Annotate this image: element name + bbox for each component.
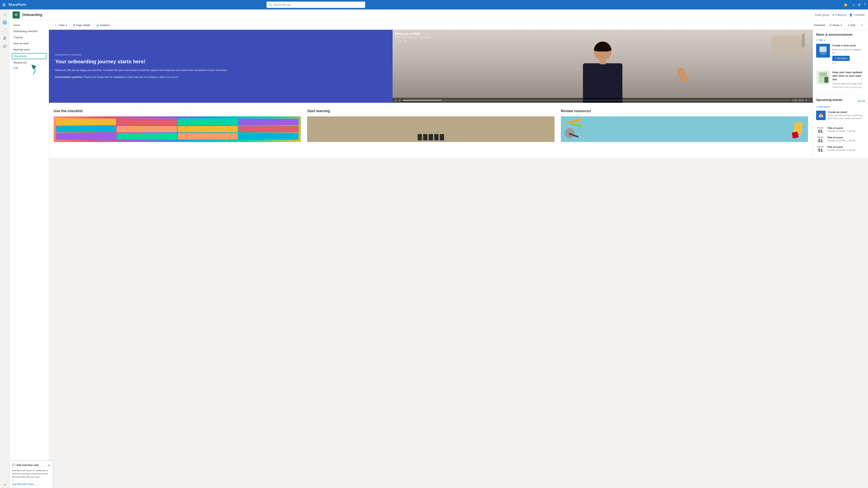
share-label: Share <box>833 24 840 27</box>
member-count-text: 1 member <box>853 13 865 17</box>
video-controls[interactable]: ⏸ 🔊 2:48 / 28:01 ⧉ ⛶ <box>393 98 813 103</box>
news-card-2-content: Keep your team updated with news on your… <box>832 71 865 88</box>
page-details-button[interactable]: ⚙ Page details <box>71 23 92 28</box>
add-event-label: + Add event <box>816 105 830 108</box>
help-icon[interactable]: ? <box>864 3 866 6</box>
add-news-button[interactable]: + Add News <box>832 56 850 61</box>
news-section: News & announcements + Add ∨ <box>816 33 865 92</box>
video-time: 2:48 / 28:01 <box>793 99 804 102</box>
expand-icon: ⤢ <box>861 24 863 27</box>
chat-widget-description: Add Microsoft Teams to collaborate in re… <box>12 469 50 479</box>
add-news-label: + Add <box>816 38 823 41</box>
news-card-1-desc: Keep your audience engaged by... <box>832 48 865 54</box>
search-input[interactable] <box>273 3 363 6</box>
edit-button[interactable]: ✏ Edit <box>846 23 857 28</box>
event-2-time: Tuesday 12:00 AM - 1:00 PM <box>827 139 865 142</box>
analytics-button[interactable]: 📊 Analytics <box>94 23 112 28</box>
event-3-title: Title of event <box>827 145 865 149</box>
main-content: ＋ + New ∨ ⚙ Page details 📊 Analytics Pub… <box>49 21 868 488</box>
checklist-image <box>54 116 301 142</box>
nav-item-meet-the-team[interactable]: Meet the team <box>9 46 49 53</box>
customization-label: Customization guidance: <box>55 76 84 78</box>
event-row-2: Month 01 Title of event Tuesday 12:00 AM… <box>816 136 865 143</box>
add-event-link[interactable]: + Add event <box>816 105 865 108</box>
search-bar[interactable]: 🔍 <box>267 2 365 8</box>
toolbar-right: Published 🔗 Share ∨ ✏ Edit ⤢ <box>814 23 865 28</box>
star-icon: ★ <box>832 13 835 17</box>
news-card-1: Create a news post Keep your audience en… <box>816 44 865 67</box>
event-3-info: Title of event Tuesday 12:00 AM - 1:00 P… <box>827 145 865 151</box>
events-header: Upcoming events See all <box>816 98 865 104</box>
hero-tag: RESEARCH & DESIGN <box>55 54 386 56</box>
page-details-label: Page details <box>76 24 90 27</box>
waffle-icon[interactable]: ⊞ <box>2 2 6 7</box>
share-video-icon[interactable]: ⬡ <box>400 40 402 43</box>
volume-icon[interactable]: 🔊 <box>398 99 401 102</box>
info-icon[interactable]: ℹ <box>12 479 13 482</box>
hero-section: RESEARCH & DESIGN Your onboarding journe… <box>49 30 813 103</box>
see-all-button[interactable]: See all <box>858 100 865 102</box>
site-header: O Onboarding Public group ★ Following 👤 … <box>9 9 868 21</box>
sections-row-wrapper: Use the checklist <box>49 103 813 148</box>
chat-widget-title: 💬 Add real-time chat <box>12 463 39 466</box>
like-icon[interactable]: ♡ <box>395 40 398 43</box>
edit-label: Edit <box>851 24 855 27</box>
event-1-time: Tuesday 12:00 AM - 1:00 PM <box>827 130 865 132</box>
hero-customization: Customization guidance: Replace the imag… <box>55 75 386 79</box>
calendar-icon: 📅 <box>818 113 824 118</box>
section-checklist-heading: Use the checklist <box>54 109 301 113</box>
new-label: + New <box>57 24 65 27</box>
sites-icon[interactable]: 🌐 <box>1 19 8 26</box>
video-progress-bar[interactable] <box>403 100 791 101</box>
video-meta: 288K views • 13K likes • 3 comments <box>395 36 810 38</box>
page-area: RESEARCH & DESIGN Your onboarding journe… <box>49 30 868 158</box>
close-chat-button[interactable]: ✕ <box>48 463 50 467</box>
section-resources: Review resources <box>561 109 808 142</box>
reaction-icon[interactable]: ☺ <box>404 40 407 43</box>
plus-icon: ＋ <box>54 23 57 27</box>
global-icon-nav: ⌂ 🌐 📄 ☰ 📰 ＋ <box>0 9 9 488</box>
pages-icon[interactable]: 📄 <box>1 27 8 34</box>
following-button[interactable]: ★ Following <box>832 13 846 17</box>
share-network-icon[interactable]: 👥 <box>851 3 855 7</box>
news-card-2-thumb <box>816 71 830 85</box>
pip-icon[interactable]: ⧉ <box>805 99 807 102</box>
fullscreen-icon[interactable]: ⛶ <box>809 99 811 102</box>
settings-icon[interactable]: ⚙ <box>858 3 861 7</box>
nav-item-how-we-work[interactable]: How we work <box>9 40 49 46</box>
expand-button[interactable]: ⤢ <box>859 23 865 28</box>
hero-left: RESEARCH & DESIGN Your onboarding journe… <box>49 30 393 103</box>
news-icon[interactable]: 📰 <box>1 42 8 50</box>
add-chevron-icon: ∨ <box>824 38 826 41</box>
create-event-card: 📅 Create an event When you add an event,… <box>816 110 865 123</box>
events-section: Upcoming events See all + Add event 📅 Cr… <box>816 98 865 153</box>
new-button[interactable]: ＋ + New ∨ <box>52 22 69 28</box>
section-checklist: Use the checklist <box>54 109 301 142</box>
event-row-3: Month 01 Title of event Tuesday 12:00 AM… <box>816 145 865 153</box>
add-teams-link[interactable]: Add Microsoft Teams <box>12 483 50 486</box>
event-3-date: Month 01 <box>816 145 825 153</box>
lists-icon[interactable]: ☰ <box>1 35 8 42</box>
resources-image <box>561 116 808 142</box>
event-3-time: Tuesday 12:00 AM - 1:00 PM <box>827 149 865 151</box>
news-card-1-title: Create a news post <box>832 44 865 47</box>
add-icon[interactable]: ＋ <box>1 481 8 488</box>
nav-item-documents[interactable]: Documents <box>12 53 46 59</box>
home-icon[interactable]: ⌂ <box>1 11 8 18</box>
nav-item-training[interactable]: Training <box>9 34 49 40</box>
events-section-title: Upcoming events <box>816 98 842 102</box>
member-count: 👤 1 member <box>849 13 865 17</box>
hero-video[interactable]: Welcome to R&D 288K views • 13K likes • … <box>393 30 813 103</box>
stream-link[interactable]: Stream <box>171 76 179 78</box>
event-2-day: 01 <box>816 138 825 143</box>
public-group-label: Public group <box>815 13 829 17</box>
share-icon: 🔗 <box>829 24 832 27</box>
nav-item-onboarding-checklist[interactable]: Onboarding checklist <box>9 28 49 34</box>
right-sidebar: News & announcements + Add ∨ <box>813 30 868 158</box>
bell-icon[interactable]: 🔔 <box>844 3 848 7</box>
pause-icon[interactable]: ⏸ <box>395 99 397 102</box>
app-name: SharePoint <box>8 3 26 6</box>
add-news-dropdown[interactable]: + Add ∨ <box>816 38 865 41</box>
nav-item-home[interactable]: Home <box>9 22 49 28</box>
share-button[interactable]: 🔗 Share ∨ <box>827 23 844 28</box>
